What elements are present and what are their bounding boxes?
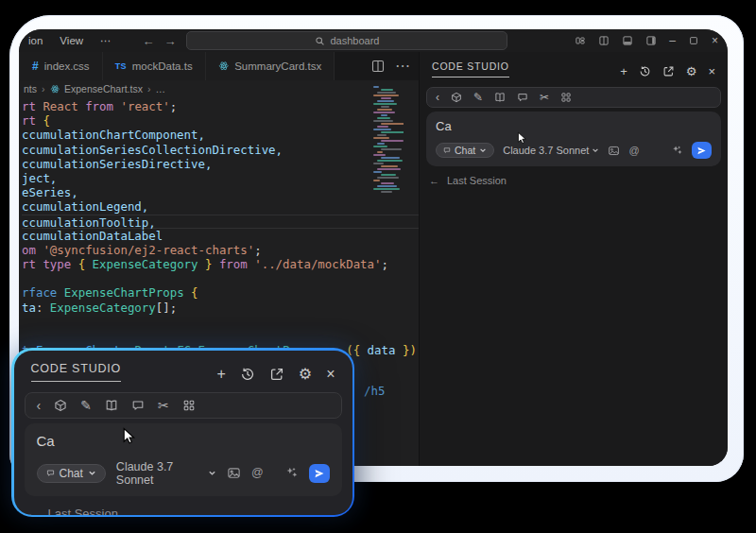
panel-title[interactable]: CODE STUDIO (31, 362, 122, 382)
settings-gear-icon[interactable]: ⚙ (686, 65, 697, 77)
back-icon[interactable]: ‹ (37, 399, 42, 412)
code-line: ccumulationSeriesCollectionDirective, (22, 143, 419, 157)
titlebar-right-icons: – × (575, 29, 718, 52)
attach-image-icon[interactable] (227, 466, 241, 480)
chevron-down-icon (479, 146, 487, 154)
tab-mockdata-ts[interactable]: TS mockData.ts (103, 52, 206, 80)
chat-input[interactable]: Ca Chat Claude 3.7 Sonnet @ (426, 112, 721, 166)
titlebar: ion View ⋯ ← → dashboard – × (19, 29, 728, 52)
model-select[interactable]: Claude 3.7 Sonnet (503, 145, 599, 156)
minimap[interactable] (373, 86, 404, 201)
breadcrumb-file[interactable]: ExpenseChart.tsx (64, 83, 143, 95)
editor-more-actions-icon[interactable]: ⋯ (395, 59, 410, 74)
send-button[interactable] (309, 464, 330, 483)
last-session-link[interactable]: ← Last Session (26, 507, 337, 515)
scissors-icon[interactable]: ✂ (540, 92, 549, 103)
mention-at-icon[interactable]: @ (628, 146, 639, 156)
code-line (22, 315, 419, 329)
nav-back-icon[interactable]: ← (143, 35, 155, 47)
close-icon[interactable]: × (708, 65, 715, 77)
history-icon[interactable] (240, 367, 255, 382)
window-minimize-button[interactable]: – (669, 35, 676, 46)
search-icon (315, 36, 325, 46)
sparkles-icon[interactable] (671, 145, 683, 157)
window-maximize-button[interactable] (688, 35, 699, 46)
search-text: dashboard (331, 35, 380, 46)
codestudio-toolbar: ‹ ✎ ✂ (426, 87, 721, 108)
panel-title[interactable]: CODE STUDIO (432, 60, 509, 77)
code-line: rt React from 'react'; (22, 99, 419, 113)
breadcrumb-symbol[interactable]: … (155, 83, 165, 95)
code-line: ccumulationChartComponent, (22, 128, 419, 142)
chat-input[interactable]: Ca Chat Claude 3.7 Sonnet @ (25, 423, 342, 496)
codestudio-header: CODE STUDIO + ⚙ × (14, 351, 352, 382)
menu-item-cropped[interactable]: ion (19, 35, 51, 46)
attach-image-icon[interactable] (608, 145, 620, 157)
panel-header-icons: + ⚙ × (620, 65, 715, 77)
toggle-sidebar-icon[interactable] (598, 35, 610, 46)
book-icon[interactable] (494, 92, 506, 103)
cube-icon[interactable] (54, 399, 67, 412)
menu-item-view[interactable]: View (51, 35, 92, 46)
toggle-panel-icon[interactable] (622, 35, 633, 46)
edit-pencil-icon[interactable]: ✎ (473, 92, 483, 103)
model-label: Claude 3.7 Sonnet (116, 460, 205, 487)
open-external-icon[interactable] (269, 367, 284, 382)
customize-layout-icon[interactable] (575, 35, 586, 46)
grid-icon[interactable] (182, 399, 196, 412)
ts-file-icon: TS (115, 61, 127, 71)
breadcrumb-separator: › (42, 83, 45, 95)
nav-arrows: ← → (143, 35, 177, 47)
model-select[interactable]: Claude 3.7 Sonnet (116, 460, 216, 487)
split-editor-icon[interactable] (370, 59, 386, 74)
arrow-left-icon: ← (26, 507, 39, 515)
close-icon[interactable]: × (326, 367, 335, 382)
breadcrumb-folder[interactable]: nts (24, 83, 37, 95)
edit-pencil-icon[interactable]: ✎ (80, 399, 92, 412)
sparkles-icon[interactable] (284, 466, 299, 480)
tab-summarycard-tsx[interactable]: SummaryCard.tsx (206, 52, 335, 80)
grid-icon[interactable] (560, 92, 572, 103)
screenshot-canvas: ion View ⋯ ← → dashboard – × (0, 0, 756, 533)
cube-icon[interactable] (451, 92, 462, 103)
arrow-left-icon: ← (429, 176, 439, 186)
comment-icon[interactable] (517, 92, 528, 103)
codestudio-panel: CODE STUDIO + ⚙ × ‹ ✎ ✂ Ca Chat Claude 3… (419, 52, 728, 466)
mode-label: Chat (60, 467, 83, 480)
last-session-link[interactable]: ← Last Session (429, 175, 715, 186)
mode-select[interactable]: Chat (436, 143, 494, 158)
chat-controls-row: Chat Claude 3.7 Sonnet @ (37, 460, 330, 487)
history-icon[interactable] (639, 65, 651, 77)
settings-gear-icon[interactable]: ⚙ (299, 367, 312, 382)
chevron-down-icon (208, 469, 216, 477)
new-session-icon[interactable]: + (620, 65, 627, 77)
code-fragment-h5: /h5 (364, 384, 385, 398)
code-line: om '@syncfusion/ej2-react-charts'; (22, 243, 419, 257)
mention-at-icon[interactable]: @ (251, 467, 264, 479)
panel-header-icons: + ⚙ × (216, 367, 335, 382)
window-close-button[interactable]: × (712, 35, 718, 46)
mode-select[interactable]: Chat (37, 464, 106, 483)
code-line: ccumulationTooltip, (22, 215, 419, 229)
back-icon[interactable]: ‹ (436, 92, 439, 103)
chat-controls-row: Chat Claude 3.7 Sonnet @ (436, 142, 712, 159)
comment-icon[interactable] (131, 399, 145, 412)
send-button[interactable] (692, 142, 712, 159)
code-lines: rt React from 'react';rt {ccumulationCha… (22, 99, 419, 357)
open-external-icon[interactable] (662, 65, 675, 77)
book-icon[interactable] (105, 399, 118, 412)
toggle-secondary-sidebar-icon[interactable] (645, 35, 657, 46)
new-session-icon[interactable]: + (216, 367, 225, 382)
codestudio-zoom-callout: CODE STUDIO + ⚙ × ‹ ✎ ✂ Ca Chat Claude 3… (11, 348, 354, 517)
tab-index-css[interactable]: # index.css (19, 52, 103, 80)
scissors-icon[interactable]: ✂ (158, 399, 169, 412)
nav-forward-icon[interactable]: → (164, 35, 177, 47)
command-search-box[interactable]: dashboard (186, 31, 507, 50)
chevron-down-icon (88, 469, 96, 477)
codestudio-small: CODE STUDIO + ⚙ × ‹ ✎ ✂ Ca Chat Claude 3… (420, 52, 728, 466)
chat-input-value[interactable]: Ca (436, 119, 712, 133)
chat-input-value[interactable]: Ca (37, 433, 330, 449)
menu-overflow[interactable]: ⋯ (92, 34, 120, 47)
codestudio-zoom-card: CODE STUDIO + ⚙ × ‹ ✎ ✂ Ca Chat Claude 3… (14, 351, 352, 515)
code-line: ta: ExpenseCategory[]; (22, 301, 419, 315)
